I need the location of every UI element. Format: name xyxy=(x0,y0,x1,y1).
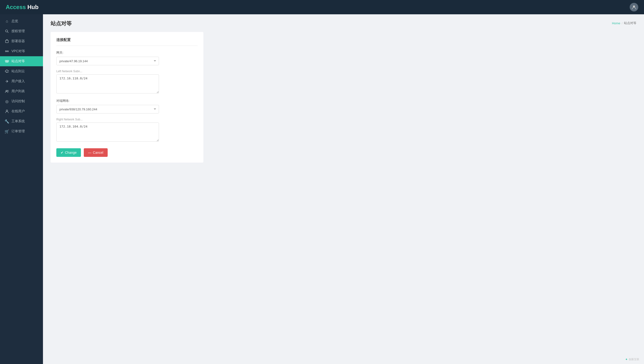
box-icon xyxy=(5,39,9,44)
page-header: 站点对等 Home / 站点对等 xyxy=(51,20,636,27)
svg-point-17 xyxy=(6,110,8,111)
search-icon xyxy=(5,29,9,33)
sidebar-label-vpc-peering: VPC对等 xyxy=(12,49,25,54)
svg-point-4 xyxy=(6,51,7,52)
sidebar-item-order-mgmt[interactable]: 🛒 订单管理 xyxy=(0,126,43,136)
sidebar-item-overview[interactable]: ⌂ 总览 xyxy=(0,16,43,26)
breadcrumb-home[interactable]: Home xyxy=(612,22,620,25)
sidebar-label-user-access: 用户接入 xyxy=(12,79,25,84)
body-layout: ⌂ 总览 授权管理 部署容器 VPC对等 站点对等 xyxy=(0,14,644,364)
sidebar-label-order-mgmt: 订单管理 xyxy=(12,129,25,134)
sidebar-label-deploy-container: 部署容器 xyxy=(12,39,25,44)
sidebar-item-auth-mgmt[interactable]: 授权管理 xyxy=(0,26,43,36)
watermark-icon: ✦ xyxy=(625,358,628,361)
watermark-text: 创新互联 xyxy=(629,358,639,361)
sidebar-label-user-list: 用户列表 xyxy=(12,89,25,94)
user-avatar[interactable] xyxy=(630,3,638,12)
cancel-button-label: Cancel xyxy=(93,151,103,154)
target-icon: ◎ xyxy=(5,99,9,104)
cancel-button[interactable]: — Cancel xyxy=(84,148,108,157)
sidebar-item-ticket-system[interactable]: 🔧 工单系统 xyxy=(0,116,43,126)
sidebar-item-site-to-cloud[interactable]: 站点到云 xyxy=(0,66,43,76)
watermark: ✦ 创新互联 xyxy=(625,358,639,361)
main-content: 站点对等 Home / 站点对等 连接配置 网关: private/47.96.… xyxy=(43,14,644,364)
change-button[interactable]: ✔ Change xyxy=(56,148,81,157)
app-header: Access Hub xyxy=(0,0,644,14)
sidebar-label-online-users: 在线用户 xyxy=(12,109,25,114)
plane-icon: ✈ xyxy=(5,79,9,84)
connection-config-card: 连接配置 网关: private/47.96.19.144private/47.… xyxy=(51,32,203,162)
sidebar-label-access-control: 访问控制 xyxy=(12,99,25,104)
logo-access: Access xyxy=(6,4,26,10)
right-subnet-textarea[interactable]: 172.18.104.0/24 xyxy=(56,122,159,142)
sidebar-label-site-peering: 站点对等 xyxy=(12,59,25,64)
cart-icon: 🛒 xyxy=(5,129,9,134)
sidebar-item-online-users[interactable]: 在线用户 xyxy=(0,106,43,116)
sidebar-label-overview: 总览 xyxy=(12,19,18,23)
breadcrumb-separator: / xyxy=(621,22,622,25)
svg-point-16 xyxy=(8,90,8,91)
left-subnet-textarea[interactable]: 172.16.118.0/24 xyxy=(56,74,159,94)
users-icon xyxy=(5,89,9,94)
right-subnet-label: Right Network Sub... xyxy=(56,118,198,121)
svg-rect-7 xyxy=(5,60,7,62)
gateway-label: 网关: xyxy=(56,50,198,55)
change-button-label: Change xyxy=(65,151,77,154)
left-subnet-group: Left Network Subn... 172.16.118.0/24 xyxy=(56,70,198,94)
sidebar-item-vpc-peering[interactable]: VPC对等 xyxy=(0,46,43,56)
peer-network-group: 对端网络: private/938/120.79.160.244private/… xyxy=(56,99,198,114)
sidebar-item-access-control[interactable]: ◎ 访问控制 xyxy=(0,96,43,106)
right-subnet-group: Right Network Sub... 172.18.104.0/24 xyxy=(56,118,198,142)
breadcrumb-current: 站点对等 xyxy=(624,21,636,25)
gateway-select[interactable]: private/47.96.19.144private/47.96.19.145 xyxy=(56,57,159,65)
peer-network-label: 对端网络: xyxy=(56,99,198,103)
sidebar-item-site-peering[interactable]: 站点对等 xyxy=(0,56,43,66)
site-icon xyxy=(5,59,9,64)
home-icon: ⌂ xyxy=(5,19,9,23)
sidebar: ⌂ 总览 授权管理 部署容器 VPC对等 站点对等 xyxy=(0,14,43,364)
page-title: 站点对等 xyxy=(51,20,72,27)
button-row: ✔ Change — Cancel xyxy=(56,148,198,157)
sidebar-label-auth-mgmt: 授权管理 xyxy=(12,29,25,33)
person-icon xyxy=(5,109,9,114)
svg-rect-3 xyxy=(6,40,8,43)
breadcrumb: Home / 站点对等 xyxy=(612,21,636,25)
gateway-group: 网关: private/47.96.19.144private/47.96.19… xyxy=(56,50,198,65)
svg-point-15 xyxy=(6,90,7,92)
svg-rect-8 xyxy=(7,60,9,62)
check-icon: ✔ xyxy=(61,151,64,154)
logo-hub: Hub xyxy=(26,4,39,10)
vpc-icon xyxy=(5,49,9,54)
sidebar-item-user-access[interactable]: ✈ 用户接入 xyxy=(0,76,43,86)
cloud-icon xyxy=(5,69,9,74)
sidebar-label-site-to-cloud: 站点到云 xyxy=(12,69,25,74)
svg-line-2 xyxy=(8,32,8,33)
card-title: 连接配置 xyxy=(56,38,198,46)
svg-point-0 xyxy=(633,6,635,8)
sidebar-item-deploy-container[interactable]: 部署容器 xyxy=(0,36,43,46)
left-subnet-label: Left Network Subn... xyxy=(56,70,198,73)
sidebar-label-ticket-system: 工单系统 xyxy=(12,119,25,124)
svg-point-5 xyxy=(8,51,9,52)
sidebar-item-user-list[interactable]: 用户列表 xyxy=(0,86,43,96)
wrench-icon: 🔧 xyxy=(5,119,9,124)
minus-icon: — xyxy=(88,151,91,154)
peer-network-select[interactable]: private/938/120.79.160.244private/938/12… xyxy=(56,105,159,114)
app-logo: Access Hub xyxy=(6,4,39,10)
